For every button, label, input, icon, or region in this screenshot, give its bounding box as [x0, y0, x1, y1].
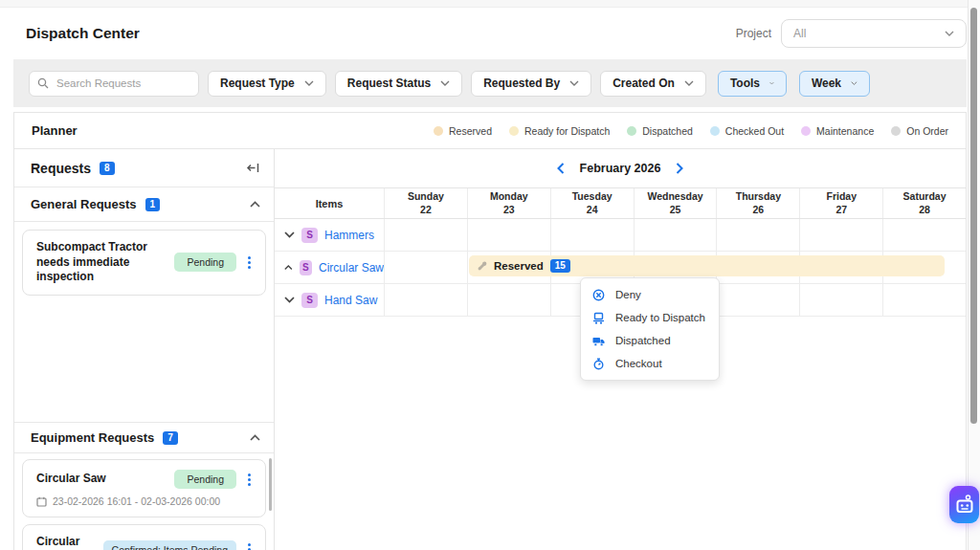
chevron-down-icon	[304, 80, 314, 86]
planner-cell[interactable]	[716, 219, 799, 251]
request-status-dropdown[interactable]: Request Status	[335, 71, 462, 97]
items-column-header: Items	[275, 188, 384, 218]
menu-item-checkout[interactable]: Checkout	[581, 352, 719, 375]
planner-bar: Planner Reserved Ready for Dispatch Disp…	[13, 112, 967, 148]
item-name-link[interactable]: Hammers	[324, 229, 374, 242]
requests-title: Requests	[31, 161, 91, 176]
deny-icon	[592, 289, 605, 301]
general-requests-section-header[interactable]: General Requests 1	[14, 187, 274, 222]
chevron-down-icon	[945, 31, 954, 36]
menu-item-dispatched[interactable]: Dispatched	[581, 329, 719, 352]
items-header-label: Items	[316, 198, 344, 209]
week-dropdown[interactable]: Week	[799, 71, 870, 97]
planner-cell[interactable]	[799, 284, 882, 316]
status-legend: Reserved Ready for Dispatch Dispatched C…	[434, 125, 948, 137]
general-requests-title: General Requests	[31, 197, 137, 211]
project-filter: Project All	[736, 19, 967, 48]
planner-cell[interactable]	[634, 219, 717, 251]
planner-cell[interactable]	[384, 284, 467, 316]
chevron-down-icon	[569, 80, 579, 86]
request-type-dropdown[interactable]: Request Type	[208, 71, 326, 97]
status-badge: Confirmed: Items Pending	[103, 540, 236, 550]
planner-cell[interactable]	[882, 284, 966, 316]
previous-week-button[interactable]	[555, 161, 567, 176]
legend-label: On Order	[906, 125, 948, 137]
planner-calendar: February 2026 Items Sunday22 Monday23 Tu…	[275, 149, 966, 550]
week-label: Week	[812, 77, 841, 90]
menu-item-deny[interactable]: Deny	[581, 283, 719, 306]
created-on-dropdown[interactable]: Created On	[600, 71, 706, 97]
legend-reserved: Reserved	[434, 125, 492, 137]
request-card[interactable]: Circular Saw Pending 23-02-2026 16:01 - …	[22, 459, 266, 517]
item-cell: S Hand Saw	[275, 284, 384, 316]
item-name-link[interactable]: Hand Saw	[324, 294, 377, 307]
kebab-menu-icon[interactable]	[242, 256, 256, 269]
created-on-label: Created On	[612, 77, 675, 90]
content-area: Requests 8 General Requests 1 Subcompact…	[13, 148, 967, 550]
legend-label: Ready for Dispatch	[524, 125, 610, 137]
menu-item-ready-to-dispatch[interactable]: Ready to Dispatch	[581, 306, 719, 329]
month-navigation: February 2026	[275, 149, 966, 187]
search-icon	[37, 77, 49, 89]
chevron-up-icon[interactable]	[284, 264, 293, 271]
chevron-down-icon[interactable]	[284, 231, 295, 238]
tools-dropdown[interactable]: Tools	[718, 71, 787, 97]
legend-ready-for-dispatch: Ready for Dispatch	[509, 125, 610, 137]
planner-row-hammers: S Hammers	[275, 219, 966, 252]
assistant-robot-button[interactable]	[949, 486, 979, 523]
day-header-saturday: Saturday28	[882, 188, 966, 218]
planner-cell[interactable]	[550, 219, 634, 251]
planner-cell[interactable]	[716, 284, 799, 316]
item-tag-badge: S	[301, 228, 318, 243]
kebab-menu-icon[interactable]	[242, 473, 256, 486]
planner-cell[interactable]	[799, 219, 882, 251]
menu-item-label: Ready to Dispatch	[615, 312, 705, 323]
equipment-requests-section-header[interactable]: Equipment Requests 7	[14, 422, 274, 453]
stopwatch-icon	[592, 358, 605, 370]
request-card[interactable]: Subcompact Tractor needs immediate inspe…	[22, 230, 266, 296]
planner-cell[interactable]	[384, 252, 467, 283]
page-header: Dispatch Center Project All	[0, 8, 967, 59]
dispatched-dot	[627, 126, 636, 136]
event-context-menu: Deny Ready to Dispatch Dispatched Checko…	[580, 277, 720, 381]
status-badge: Pending	[174, 253, 236, 272]
planner-cell[interactable]	[467, 284, 550, 316]
requested-by-dropdown[interactable]: Requested By	[471, 71, 591, 97]
general-requests-count-badge: 1	[145, 198, 161, 211]
event-count-badge: 15	[550, 259, 570, 273]
dispatch-center-page: Dispatch Center Project All Request Type…	[0, 0, 980, 550]
chevron-down-icon	[769, 80, 774, 86]
planner-cell[interactable]	[384, 219, 467, 251]
checked-out-dot	[710, 126, 720, 136]
search-input[interactable]	[29, 71, 199, 97]
planner-cell[interactable]	[467, 219, 550, 251]
date-range-text: 23-02-2026 16:01 - 02-03-2026 00:00	[53, 495, 220, 507]
page-scrollbar-thumb[interactable]	[970, 8, 977, 424]
request-card[interactable]: Circular Saws Confirmed: Items Pending	[22, 524, 266, 550]
tools-label: Tools	[730, 77, 760, 90]
chevron-down-icon[interactable]	[284, 297, 295, 303]
planner-title: Planner	[32, 123, 78, 138]
day-header-wednesday: Wednesday25	[634, 188, 717, 218]
legend-label: Dispatched	[642, 125, 693, 137]
kebab-menu-icon[interactable]	[242, 543, 256, 550]
ready-dot	[509, 126, 519, 136]
day-header-monday: Monday23	[467, 188, 550, 218]
day-header-friday: Friday27	[799, 188, 882, 218]
collapse-panel-icon[interactable]	[246, 161, 260, 175]
reserved-dot	[434, 126, 443, 136]
tools-icon	[477, 261, 487, 272]
planner-cell[interactable]	[882, 219, 966, 251]
event-label: Reserved	[494, 260, 544, 272]
item-name-link[interactable]: Circular Saw	[319, 261, 384, 275]
next-week-button[interactable]	[674, 161, 685, 176]
requests-header: Requests 8	[14, 149, 274, 187]
legend-dispatched: Dispatched	[627, 125, 693, 137]
filter-bar: Request Type Request Status Requested By…	[13, 59, 967, 107]
day-header-sunday: Sunday22	[384, 188, 467, 218]
menu-item-label: Dispatched	[615, 335, 671, 346]
project-select[interactable]: All	[781, 19, 967, 48]
reserved-event-bar[interactable]: Reserved 15	[469, 255, 945, 276]
sidebar-scrollbar-thumb[interactable]	[269, 458, 272, 511]
truck-icon	[592, 335, 605, 347]
